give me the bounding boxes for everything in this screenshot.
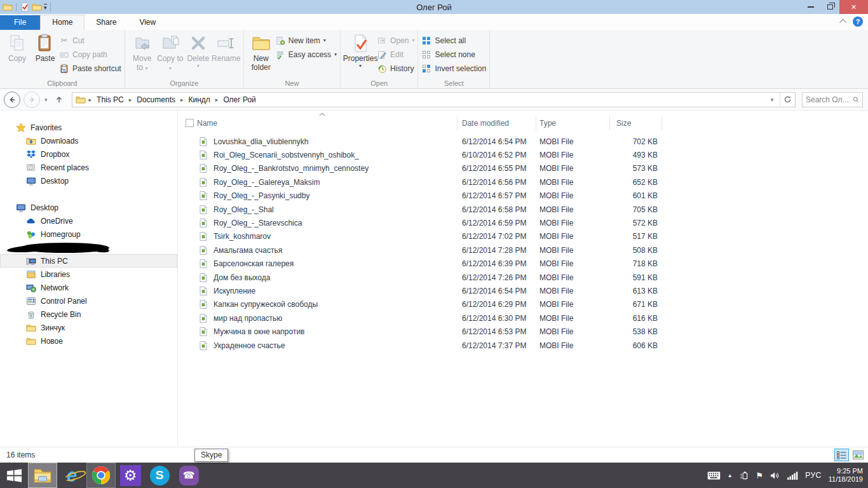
file-row[interactable]: Барселонская галерея6/12/2014 6:39 PMMOB… [178, 257, 868, 271]
customize-arrow-icon[interactable]: ▾ [44, 4, 47, 11]
touch-keyboard-icon[interactable] [707, 471, 721, 480]
explorer-icon[interactable] [3, 2, 13, 12]
taskbar-viber-button[interactable]: ☎ [174, 463, 203, 488]
file-row[interactable]: мир над пропастью6/12/2014 6:30 PMMOBI F… [178, 311, 868, 325]
easy-access-button[interactable]: Easy access ▾ [275, 48, 337, 60]
properties-qat-icon[interactable] [20, 2, 30, 12]
sidebar-item-recycle-bin[interactable]: Recycle Bin [0, 308, 177, 321]
file-row[interactable]: Искупление6/12/2014 6:54 PMMOBI File613 … [178, 284, 868, 297]
details-view-button[interactable] [834, 449, 849, 461]
thumbnail-view-button[interactable] [851, 449, 865, 461]
breadcrumb-segment[interactable]: This PC [92, 93, 128, 107]
open-button[interactable]: Open ▾ [377, 34, 414, 46]
sidebar-item-recent-places[interactable]: Recent places [0, 161, 177, 174]
power-battery-icon[interactable] [740, 471, 749, 480]
file-row[interactable]: Roy_Oleg_-_Pasynki_sudby6/12/2014 6:57 P… [178, 189, 868, 203]
tab-view[interactable]: View [128, 15, 167, 30]
help-icon[interactable]: ? [853, 17, 863, 27]
clock[interactable]: 9:25 PM 11/18/2019 [829, 467, 863, 484]
tab-share[interactable]: Share [85, 15, 128, 30]
file-row[interactable]: Lovushka_dlia_vliublennykh6/12/2014 6:54… [178, 135, 868, 148]
cut-button[interactable]: ✂Cut [59, 34, 121, 46]
tab-home[interactable]: Home [40, 15, 85, 30]
file-row[interactable]: Roy_Oleg_-_Galereya_Maksim6/12/2014 6:56… [178, 175, 868, 189]
sidebar-item-network[interactable]: Network [0, 281, 177, 294]
file-row[interactable]: Tsirk_koshmarov6/12/2014 7:02 PMMOBI Fil… [178, 230, 868, 243]
sidebar-item-downloads[interactable]: Downloads [0, 134, 177, 147]
breadcrumb[interactable]: ▸ This PC▸Documents▸Киндл▸Олег Рой ▾ [72, 92, 796, 107]
edit-button[interactable]: Edit [377, 48, 414, 60]
sidebar-item-zinchuk[interactable]: Зинчук [0, 321, 177, 334]
restore-button[interactable] [820, 0, 839, 14]
search-box[interactable] [802, 92, 863, 107]
rename-button[interactable]: Rename [212, 32, 240, 65]
file-row[interactable]: Украденное счастье6/12/2014 7:37 PMMOBI … [178, 339, 868, 352]
copy-path-button[interactable]: Copy path [59, 48, 121, 60]
sidebar-item-desktop[interactable]: Desktop [0, 201, 177, 214]
column-header-size[interactable]: Size [610, 116, 662, 130]
column-header-date-modified[interactable]: Date modified [458, 116, 536, 130]
file-row[interactable]: Амальгама счастья6/12/2014 7:28 PMMOBI F… [178, 243, 868, 257]
new-item-button[interactable]: New item ▾ [275, 34, 337, 46]
taskbar-skype-button[interactable]: S [145, 463, 174, 488]
delete-button[interactable]: Delete ▾ [184, 32, 212, 70]
network-signal-icon[interactable] [787, 471, 798, 480]
sidebar-item-this-pc[interactable]: This PC [0, 254, 177, 268]
copy-button[interactable]: Copy [3, 32, 31, 65]
back-button[interactable] [4, 92, 20, 108]
breadcrumb-segment[interactable]: Documents [132, 93, 180, 107]
window-title: Олег Рой [0, 3, 868, 12]
file-row[interactable]: Roy_Oleg_-_Starevschica6/12/2014 6:59 PM… [178, 216, 868, 229]
invert-selection-button[interactable]: Invert selection [421, 62, 486, 74]
column-header-type[interactable]: Type [536, 116, 610, 130]
refresh-icon[interactable] [780, 93, 795, 107]
minimize-button[interactable] [801, 0, 820, 14]
sidebar-item-favorites[interactable]: Favorites [0, 121, 177, 134]
show-hidden-icons-button[interactable]: ▲ [728, 473, 733, 478]
select-all-checkbox[interactable] [186, 119, 194, 127]
new-folder-qat-icon[interactable] [32, 2, 42, 12]
start-button[interactable] [0, 463, 28, 488]
paste-button[interactable]: Paste [31, 32, 59, 65]
taskbar-chrome-button[interactable] [86, 463, 116, 488]
file-row[interactable]: Мужчина в окне напротив6/12/2014 6:53 PM… [178, 325, 868, 338]
collapse-ribbon-icon[interactable] [839, 19, 846, 26]
move-to-button[interactable]: Move to ▾ [128, 32, 156, 74]
search-input[interactable] [806, 95, 853, 104]
action-center-flag-icon[interactable]: ⚑ [756, 471, 764, 480]
sidebar-item-libraries[interactable]: Libraries [0, 268, 177, 281]
file-row[interactable]: Roi_Oleg_Scenarii_sobstvennyh_oshibok_6/… [178, 148, 868, 161]
sidebar-item-desktop-favorite[interactable]: Desktop [0, 174, 177, 187]
sidebar-item-control-panel[interactable]: Control Panel [0, 294, 177, 308]
sidebar-item-onedrive[interactable]: OneDrive [0, 214, 177, 227]
close-button[interactable]: × [839, 0, 868, 14]
sidebar-item-homegroup[interactable]: Homegroup [0, 227, 177, 241]
taskbar-file-explorer-button[interactable] [28, 463, 57, 488]
paste-shortcut-button[interactable]: Paste shortcut [59, 62, 121, 74]
sidebar-item-dropbox[interactable]: Dropbox [0, 147, 177, 161]
copy-to-button[interactable]: Copy to ▾ [156, 32, 184, 74]
file-row[interactable]: Roy_Oleg_-_Shal6/12/2014 6:58 PMMOBI Fil… [178, 203, 868, 216]
file-row[interactable]: Капкан супружеской свободы6/12/2014 6:29… [178, 298, 868, 311]
tab-file[interactable]: File [0, 15, 40, 30]
file-row[interactable]: Дом без выхода6/12/2014 7:26 PMMOBI File… [178, 271, 868, 284]
volume-icon[interactable] [770, 471, 780, 480]
properties-button[interactable]: Properties ▾ [344, 32, 377, 70]
breadcrumb-segment[interactable]: Олег Рой [219, 93, 260, 107]
new-folder-button[interactable]: New folder [247, 32, 275, 74]
history-button[interactable]: History [377, 62, 414, 74]
language-indicator[interactable]: РУС [805, 471, 822, 480]
taskbar-internet-explorer-button[interactable]: e [57, 463, 86, 488]
select-all-button[interactable]: Select all [421, 34, 486, 46]
file-row[interactable]: Roy_Oleg_-_Bankrotstvo_mnimyh_cennostey6… [178, 162, 868, 175]
sidebar-item-novoe[interactable]: Новое [0, 334, 177, 348]
recent-locations-icon[interactable]: ▾ [43, 97, 49, 103]
address-dropdown-icon[interactable]: ▾ [764, 93, 780, 107]
taskbar-settings-button[interactable]: ⚙ [116, 463, 145, 488]
column-header-name[interactable]: Name [178, 116, 458, 130]
sidebar-item-user-folder-redacted[interactable] [0, 241, 177, 254]
up-button[interactable] [52, 93, 66, 107]
forward-button[interactable] [24, 92, 40, 108]
breadcrumb-segment[interactable]: Киндл [184, 93, 215, 107]
select-none-button[interactable]: Select none [421, 48, 486, 60]
